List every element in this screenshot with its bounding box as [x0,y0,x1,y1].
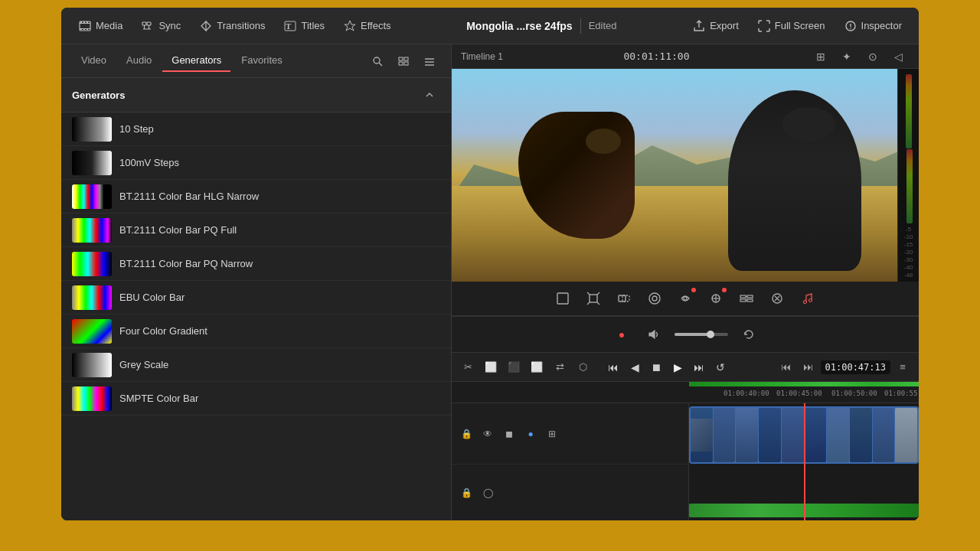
generator-item-fourcolor[interactable]: Four Color Gradient [61,315,451,348]
next-edit-button[interactable]: ⏭ [799,357,818,377]
tab-generators[interactable]: Generators [162,50,230,72]
audio-lock-icon[interactable]: 🔒 [458,484,475,501]
video-track-controls: 🔒 👁 ◼ ● ⊞ [452,403,688,465]
timeline-view-toggle[interactable]: ⊞ [810,46,831,67]
toolbar-item-sync[interactable]: Sync [133,15,188,37]
insert-tool-button[interactable]: ⬛ [504,357,524,377]
svg-line-30 [587,292,590,295]
svg-point-37 [652,296,657,301]
play-button[interactable]: ▶ [668,357,688,377]
person-head [782,107,835,141]
trim-tool-button[interactable] [734,286,759,311]
stabilize-tool-button[interactable] [704,286,728,311]
toolbar-right: Export Full Screen [684,15,910,37]
generator-item-100mv[interactable]: 100mV Steps [61,146,451,180]
generator-item-10step[interactable]: 10 Step [61,112,451,146]
volume-meter: -5 -10 -15 -20 -30 -40 -48 [897,69,919,282]
volume-slider[interactable] [675,333,728,336]
generator-item-greyscale[interactable]: Grey Scale [61,348,451,382]
svg-rect-44 [747,299,753,302]
svg-point-47 [804,301,807,304]
color-grade-button[interactable]: ⊙ [862,46,884,67]
sub-toolbar-right [367,51,440,72]
prev-edit-button[interactable]: ⏮ [776,357,796,377]
svg-rect-43 [740,299,746,302]
svg-point-38 [684,297,687,300]
speed-tool-button[interactable]: ⬡ [573,357,593,377]
tab-video[interactable]: Video [72,50,116,72]
generator-thumb-smpte [72,386,112,411]
blade-tool-button[interactable]: ⬜ [481,357,501,377]
track-visibility-icon[interactable]: 👁 [479,425,496,442]
toolbar-item-effects[interactable]: Effects [335,15,399,37]
toolbar-item-transitions[interactable]: Transitions [191,15,273,37]
timeline-ruler[interactable]: 01:00:40:00 01:00:45:00 01:00:50:00 01:0… [452,382,919,403]
generator-item-bt2111hlg[interactable]: BT.2111 Color Bar HLG Narrow [61,180,451,214]
generator-item-smpte[interactable]: SMPTE Color Bar [61,382,451,416]
overwrite-tool-button[interactable]: ⬜ [527,357,547,377]
media-tabs: Video Audio Generators Favorites [61,44,451,78]
toolbar-item-inspector[interactable]: Inspector [836,15,910,37]
scissors-tool-button[interactable]: ✂ [458,357,478,377]
retimer-tool-button[interactable] [673,286,697,311]
track-edit-icon[interactable]: ⊞ [544,425,560,442]
right-panel: Timeline 1 00:01:11:00 ⊞ ✦ ⊙ ◁ [452,44,919,520]
generator-item-bt2111pqn[interactable]: BT.2111 Color Bar PQ Narrow [61,247,451,281]
svg-line-32 [587,302,590,305]
skip-start-button[interactable]: ⏮ [603,357,623,377]
composite-tool-button[interactable] [612,286,636,311]
audio-meter-button[interactable]: ◁ [888,46,910,67]
mask-tool-button[interactable] [642,286,667,311]
record-button[interactable]: ● [610,323,633,346]
inspector-icon [844,19,858,33]
effects-icon [343,19,357,33]
track-color-icon[interactable]: ◼ [501,425,518,442]
sync-icon [141,19,155,33]
toolbar-item-fullscreen[interactable]: Full Screen [750,15,833,37]
generator-item-ebu[interactable]: EBU Color Bar [61,281,451,315]
toolbar-item-media[interactable]: Media [70,15,130,37]
list-view-button[interactable] [419,51,440,72]
title-divider [580,18,581,34]
swap-tool-button[interactable]: ⇄ [550,357,570,377]
music-tool-button[interactable] [795,286,820,311]
svg-rect-24 [404,62,408,65]
svg-line-20 [379,63,382,66]
tab-audio[interactable]: Audio [117,50,161,72]
audio-visibility-icon[interactable]: ◯ [479,484,496,501]
prev-frame-button[interactable]: ◀ [625,357,645,377]
toolbar-item-export[interactable]: Export [684,15,746,37]
generator-name-fourcolor: Four Color Gradient [119,325,207,337]
tab-favorites[interactable]: Favorites [232,50,291,72]
search-button[interactable] [367,51,388,72]
track-color-blue-icon[interactable]: ● [522,425,539,442]
retimer-badge [691,288,696,292]
audio-track-controls: 🔒 ◯ [452,465,688,520]
transform-tool-button[interactable] [581,286,606,311]
crop-tool-button[interactable] [550,286,575,311]
track-lock-icon[interactable]: 🔒 [458,425,475,442]
svg-point-18 [850,28,851,29]
track-labels: 🔒 👁 ◼ ● ⊞ 🔒 ◯ [452,403,689,520]
loop-button[interactable]: ↺ [710,357,730,377]
view-icon-button[interactable] [393,51,414,72]
meter-bar-left [906,74,912,148]
generator-thumb-10step [72,117,112,142]
collapse-generators-button[interactable] [419,84,440,106]
generator-name-smpte: SMPTE Color Bar [119,393,198,404]
stop-button[interactable]: ⏹ [646,357,666,377]
timeline-menu-button[interactable]: ≡ [893,357,913,377]
speaker-button[interactable] [642,323,665,346]
generator-item-bt2111pq[interactable]: BT.2111 Color Bar PQ Full [61,214,451,247]
reset-button[interactable] [737,323,760,346]
svg-rect-23 [399,62,403,65]
meter-bar-right [906,149,913,223]
next-frame-button[interactable]: ⏭ [689,357,709,377]
film-icon [78,19,92,33]
dynamics-tool-button[interactable] [765,286,789,311]
ruler-mark-4: 01:00:55:00 [884,390,919,397]
toolbar-item-titles[interactable]: T Titles [276,15,332,37]
generators-list: 10 Step 100mV Steps BT.2111 Color Bar HL… [61,112,451,520]
svg-rect-29 [590,295,597,302]
magic-mask-button[interactable]: ✦ [836,46,858,67]
